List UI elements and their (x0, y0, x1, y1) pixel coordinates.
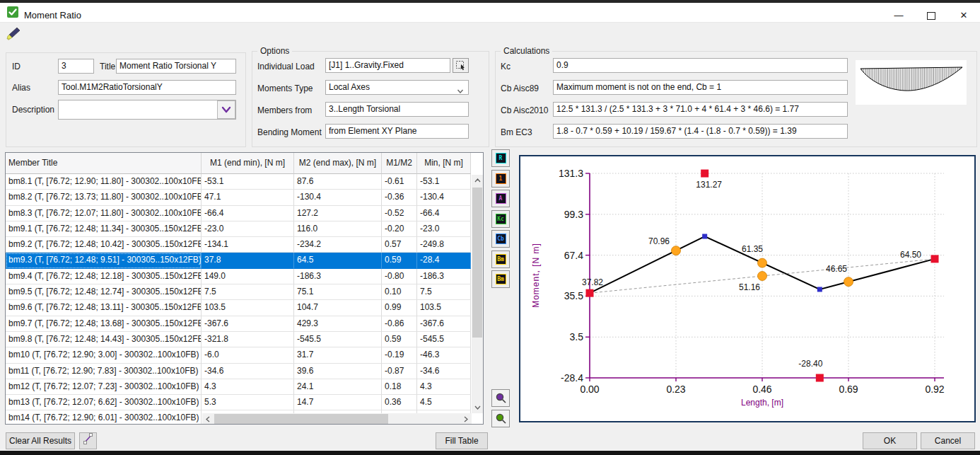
column-header-2[interactable]: M1 (end min), [N m] (202, 153, 294, 174)
table-cell[interactable]: -249.8 (417, 237, 471, 253)
table-cell[interactable]: 31.7 (294, 347, 382, 363)
table-cell[interactable]: -545.5 (294, 332, 382, 347)
table-row[interactable]: bm9.3 (T, [76.72; 12.48; 9.51] - 300305.… (6, 253, 471, 268)
table-cell[interactable]: bm12 (T, [76.72; 12.07; 7.23] - 300302..… (6, 379, 202, 395)
table-cell[interactable]: bm8.3 (T, [76.72; 12.07; 11.80] - 300302… (6, 206, 202, 221)
table-cell[interactable]: 64.5 (294, 253, 382, 268)
table-row[interactable]: bm8.3 (T, [76.72; 12.07; 11.80] - 300302… (6, 206, 471, 221)
table-row[interactable]: bm9.8 (T, [76.72; 12.48; 14.43] - 300305… (6, 332, 471, 347)
table-cell[interactable]: bm11 (T, [76.72; 12.90; 7.83] - 300302..… (6, 364, 202, 379)
table-cell[interactable]: 429.3 (294, 316, 382, 332)
bm-ec3-field[interactable]: 1.8 - 0.7 * 0.59 + 10.19 / 159.67 * (1.4… (553, 124, 848, 139)
scroll-left-button[interactable] (202, 413, 214, 425)
table-cell[interactable]: -367.6 (202, 316, 294, 332)
table-cell[interactable]: 14.7 (294, 395, 382, 410)
column-header-1[interactable]: Member Title (6, 153, 202, 174)
table-cell[interactable]: 0.99 (382, 300, 417, 316)
table-cell[interactable]: -0.19 (382, 347, 417, 363)
cb-button[interactable]: Cb (491, 230, 510, 248)
table-cell[interactable]: 149.0 (202, 269, 294, 284)
table-cell[interactable]: 103.5 (202, 300, 294, 316)
table-cell[interactable]: -0.80 (382, 269, 417, 284)
cb-aisc2010-field[interactable]: 12.5 * 131.3 / (2.5 * 131.3 + 3 * 71.0 +… (553, 102, 848, 117)
table-cell[interactable]: 4.3 (417, 379, 471, 395)
table-cell[interactable]: bm9.7 (T, [76.72; 12.48; 13.68] - 300305… (6, 316, 202, 332)
table-cell[interactable]: 4.5 (417, 395, 471, 410)
table-cell[interactable]: 75.1 (294, 284, 382, 300)
table-cell[interactable]: -66.4 (202, 206, 294, 221)
description-combo[interactable] (58, 100, 236, 120)
table-row[interactable]: bm13 (T, [76.72; 12.07; 6.62] - 300302..… (6, 395, 471, 410)
table-cell[interactable]: 87.6 (294, 174, 382, 190)
vertical-scrollbar[interactable] (472, 175, 483, 413)
individual-load-field[interactable]: [J1] 1..Gravity.Fixed (325, 58, 450, 73)
table-cell[interactable]: bm14 (T, [76.72; 12.90; 6.01] - 300302..… (6, 410, 202, 424)
line-style-button[interactable] (79, 432, 97, 449)
table-cell[interactable]: bm10 (T, [76.72; 12.90; 3.00] - 300302..… (6, 347, 202, 363)
axes-button[interactable]: A (491, 190, 510, 207)
moments-type-dropdown[interactable] (457, 84, 464, 97)
table-cell[interactable]: -130.4 (417, 190, 471, 205)
table-cell[interactable]: -134.1 (202, 237, 294, 253)
table-cell[interactable]: bm9.5 (T, [76.72; 12.48; 12.74] - 300305… (6, 284, 202, 300)
table-cell[interactable]: -0.86 (382, 316, 417, 332)
table-cell[interactable]: 24.1 (294, 379, 382, 395)
maximize-button[interactable] (915, 6, 947, 25)
table-cell[interactable]: -53.1 (417, 174, 471, 190)
table-cell[interactable]: bm13 (T, [76.72; 12.07; 6.62] - 300302..… (6, 395, 202, 410)
table-cell[interactable]: 37.8 (202, 253, 294, 268)
table-cell[interactable]: 5.3 (202, 395, 294, 410)
table-cell[interactable]: -130.4 (294, 190, 382, 205)
table-cell[interactable]: -6.0 (202, 347, 294, 363)
table-cell[interactable]: -23.0 (202, 221, 294, 237)
table-row[interactable]: bm9.1 (T, [76.72; 12.48; 11.34] - 300305… (6, 221, 471, 237)
minimize-button[interactable]: — (882, 6, 915, 25)
table-row[interactable]: bm8.2 (T, [76.72; 13.73; 11.80] - 300302… (6, 190, 471, 205)
members-from-field[interactable]: 3..Length Torsional (325, 102, 469, 117)
close-button[interactable]: ✕ (947, 6, 980, 25)
table-cell[interactable]: bm9.2 (T, [76.72; 12.48; 10.42] - 300305… (6, 237, 202, 253)
table-cell[interactable]: -0.52 (382, 206, 417, 221)
table-cell[interactable]: -321.8 (202, 332, 294, 347)
table-cell[interactable]: 103.5 (417, 300, 471, 316)
vertical-scroll-thumb[interactable] (472, 188, 482, 338)
scroll-down-button[interactable] (472, 402, 483, 413)
cancel-button[interactable]: Cancel (921, 432, 975, 449)
table-cell[interactable]: 0.57 (382, 237, 417, 253)
table-cell[interactable]: 0.59 (382, 332, 417, 347)
zoom-window-button[interactable] (491, 410, 510, 427)
table-cell[interactable]: -34.6 (417, 364, 471, 379)
title-field[interactable]: Moment Ratio Torsional Y (116, 59, 236, 74)
table-cell[interactable]: -0.61 (382, 174, 417, 190)
table-cell[interactable]: -34.6 (202, 364, 294, 379)
results-button[interactable]: R (491, 149, 510, 167)
fill-table-button[interactable]: Fill Table (436, 432, 488, 449)
table-row[interactable]: bm10 (T, [76.72; 12.90; 3.00] - 300302..… (6, 347, 471, 363)
table-row[interactable]: bm9.6 (T, [76.72; 12.48; 13.11] - 300305… (6, 300, 471, 316)
table-cell[interactable]: 39.6 (294, 364, 382, 379)
table-cell[interactable]: 7.5 (202, 284, 294, 300)
table-row[interactable]: bm9.2 (T, [76.72; 12.48; 10.42] - 300305… (6, 237, 471, 253)
table-cell[interactable]: 0.36 (382, 395, 417, 410)
alias-field[interactable]: Tool.M1M2RatioTorsionalY (58, 80, 236, 95)
table-cell[interactable]: -0.20 (382, 221, 417, 237)
table-row[interactable]: bm11 (T, [76.72; 12.90; 7.83] - 300302..… (6, 364, 471, 379)
table-cell[interactable]: 4.3 (202, 379, 294, 395)
table-row[interactable]: bm8.1 (T, [76.72; 12.90; 11.80] - 300302… (6, 174, 471, 190)
scroll-right-button[interactable] (460, 413, 472, 425)
horizontal-scrollbar[interactable] (202, 413, 472, 425)
table-row[interactable]: bm12 (T, [76.72; 12.07; 7.23] - 300302..… (6, 379, 471, 395)
table-cell[interactable]: -28.4 (417, 253, 471, 268)
table-cell[interactable]: -0.87 (382, 364, 417, 379)
table-cell[interactable]: bm8.2 (T, [76.72; 13.73; 11.80] - 300302… (6, 190, 202, 205)
table-cell[interactable]: -545.5 (417, 332, 471, 347)
bending-moment-field[interactable]: from Element XY Plane (325, 124, 469, 139)
individual-load-select-button[interactable] (453, 58, 469, 73)
table-cell[interactable]: 0.10 (382, 284, 417, 300)
zoom-previous-button[interactable] (491, 389, 510, 407)
load-1-button[interactable]: 1 (491, 170, 510, 188)
table-cell[interactable]: -66.4 (417, 206, 471, 221)
table-cell[interactable]: -0.36 (382, 190, 417, 205)
table-cell[interactable]: 7.5 (417, 284, 471, 300)
table-cell[interactable]: 104.7 (294, 300, 382, 316)
